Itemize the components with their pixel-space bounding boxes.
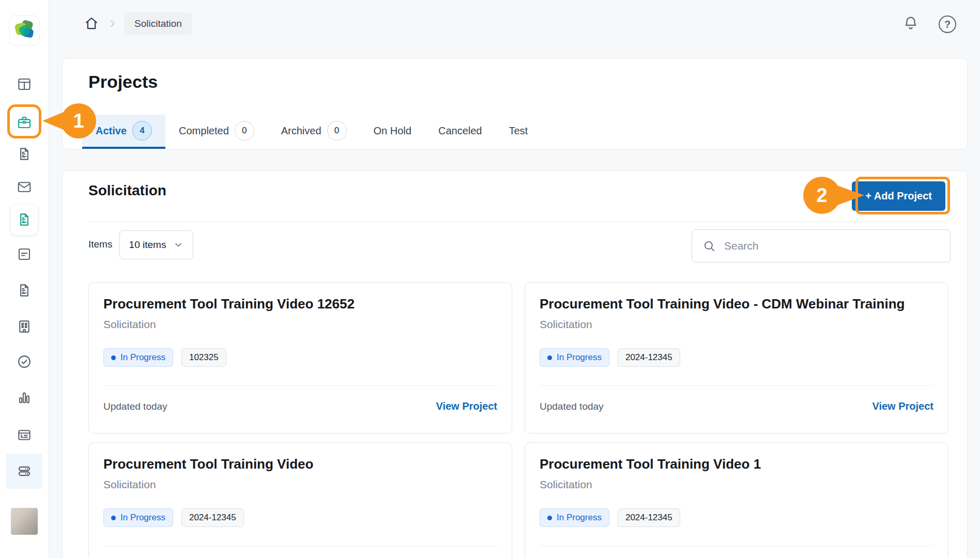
sidebar-item-reports[interactable]	[13, 143, 36, 165]
search-box	[692, 229, 951, 262]
search-icon	[702, 239, 716, 253]
project-title: Procurement Tool Training Video 1	[540, 456, 933, 472]
server-stack-icon	[17, 463, 32, 479]
project-id-badge: 2024-12345	[618, 508, 680, 527]
check-circle-icon	[17, 354, 32, 369]
app-root: Solicitation ? Projects Active 4 Complet…	[0, 0, 980, 558]
project-id-badge: 2024-12345	[181, 508, 244, 527]
sidebar-item-templates[interactable]	[13, 424, 36, 446]
browser-window-icon	[17, 427, 32, 443]
status-dot-icon	[547, 516, 552, 520]
sidebar-item-data[interactable]	[6, 454, 42, 489]
chevron-right-icon	[107, 18, 118, 29]
tab-bar: Active 4 Completed 0 Archived 0 On Hold …	[82, 115, 541, 149]
document-lines-icon	[17, 246, 32, 262]
updated-text: Updated today	[103, 401, 167, 412]
app-logo[interactable]	[9, 16, 39, 45]
document-report-icon	[17, 212, 32, 227]
project-card: Procurement Tool Training Video Solicita…	[88, 442, 512, 558]
projects-header-card: Projects Active 4 Completed 0 Archived 0…	[62, 58, 968, 149]
sidebar	[0, 0, 49, 558]
sidebar-item-solicitation-active[interactable]	[11, 204, 38, 235]
section-divider	[88, 222, 947, 222]
tab-test[interactable]: Test	[495, 115, 541, 149]
project-type: Solicitation	[103, 318, 497, 331]
items-label: Items	[88, 239, 112, 250]
sidebar-item-analytics[interactable]	[13, 386, 36, 409]
panel-layout-icon	[17, 76, 32, 92]
tab-on-hold[interactable]: On Hold	[360, 115, 425, 149]
logo-icon	[12, 19, 36, 42]
solicitation-section-card: Solicitation + Add Project Items 10 item…	[62, 171, 968, 558]
card-divider	[103, 385, 497, 386]
view-project-link[interactable]: View Project	[436, 400, 497, 412]
breadcrumb-current[interactable]: Solicitation	[124, 12, 192, 35]
project-title: Procurement Tool Training Video	[103, 456, 497, 472]
card-divider	[540, 546, 933, 546]
project-title: Procurement Tool Training Video 12652	[103, 296, 497, 312]
project-type: Solicitation	[540, 318, 933, 331]
tab-completed-count: 0	[235, 121, 254, 141]
sidebar-item-notes[interactable]	[13, 243, 36, 266]
project-id-badge: 102325	[181, 348, 226, 367]
status-badge: In Progress	[103, 348, 173, 367]
sidebar-item-projects[interactable]	[13, 111, 36, 134]
tab-archived-count: 0	[327, 121, 347, 141]
card-divider	[103, 546, 497, 546]
tab-archived[interactable]: Archived 0	[268, 115, 360, 149]
project-id-badge: 2024-12345	[618, 348, 680, 367]
tab-active-count: 4	[132, 121, 152, 141]
project-type: Solicitation	[103, 478, 497, 491]
user-avatar[interactable]	[11, 508, 38, 535]
search-input[interactable]	[724, 240, 940, 252]
status-badge: In Progress	[540, 508, 609, 527]
page-title: Projects	[88, 72, 158, 92]
section-title: Solicitation	[88, 182, 166, 199]
help-icon[interactable]: ?	[939, 16, 956, 33]
sidebar-item-documents[interactable]	[13, 279, 36, 302]
notification-bell-icon[interactable]	[902, 15, 919, 32]
document-report-icon	[17, 283, 32, 298]
top-bar: Solicitation ?	[49, 0, 980, 57]
project-title: Procurement Tool Training Video - CDM We…	[540, 296, 933, 312]
sidebar-item-dashboard[interactable]	[13, 73, 36, 96]
status-dot-icon	[547, 355, 552, 360]
project-card: Procurement Tool Training Video - CDM We…	[525, 282, 948, 433]
mail-icon	[17, 179, 32, 195]
document-report-icon	[17, 146, 32, 162]
sidebar-item-mail[interactable]	[13, 176, 36, 198]
add-project-button[interactable]: + Add Project	[852, 181, 945, 211]
briefcase-icon	[17, 115, 32, 130]
status-dot-icon	[111, 355, 116, 360]
updated-text: Updated today	[540, 401, 604, 412]
project-card: Procurement Tool Training Video 12652 So…	[88, 282, 512, 433]
items-per-page-select[interactable]: 10 items	[119, 230, 193, 259]
project-card: Procurement Tool Training Video 1 Solici…	[525, 442, 948, 558]
tab-canceled[interactable]: Canceled	[425, 115, 496, 149]
status-badge: In Progress	[540, 348, 609, 367]
status-badge: In Progress	[103, 508, 173, 527]
project-card-grid: Procurement Tool Training Video 12652 So…	[88, 282, 948, 558]
tab-completed[interactable]: Completed 0	[165, 115, 268, 149]
sidebar-item-organizations[interactable]	[13, 315, 36, 338]
tab-active[interactable]: Active 4	[82, 115, 165, 149]
building-icon	[17, 319, 32, 334]
view-project-link[interactable]: View Project	[872, 400, 933, 412]
chevron-down-icon	[173, 240, 183, 250]
project-type: Solicitation	[540, 478, 933, 491]
sidebar-item-approvals[interactable]	[13, 350, 36, 373]
status-dot-icon	[111, 516, 116, 520]
bar-chart-icon	[17, 390, 32, 406]
card-divider	[540, 385, 933, 386]
home-icon[interactable]	[84, 16, 99, 31]
